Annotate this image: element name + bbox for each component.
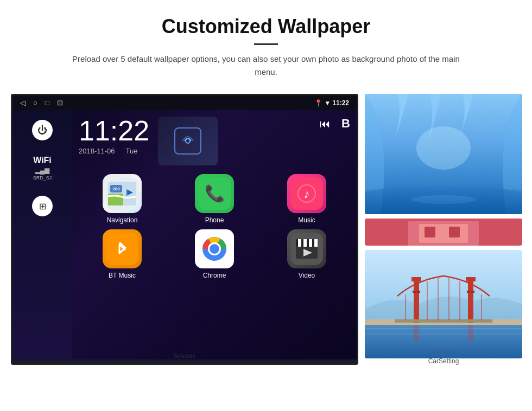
app-icon-chrome [195,229,234,268]
clock-widget: 11:22 2018-11-06 Tue [79,117,350,165]
power-button[interactable]: ⏻ [32,120,53,140]
clock-date: 2018-11-06 Tue [79,147,149,155]
svg-rect-54 [468,325,473,341]
wallpaper-previews: Seicane CarSetting [365,94,522,365]
prev-track-icon[interactable]: ⏮ [320,118,331,130]
status-time: 11:22 [332,99,349,107]
ice-cave-svg [365,94,522,214]
svg-rect-31 [425,227,435,237]
wifi-info: WiFi ▂▄▆ SRD_SJ [33,156,52,181]
app-label-music: Music [298,216,315,224]
clock-time: 11:22 [79,117,149,145]
screenshot-icon[interactable]: ⊡ [57,99,63,107]
bridge-svg: Seicane [365,250,522,358]
app-item-btmusic[interactable]: BT Music [79,229,166,279]
title-divider [254,43,278,45]
content-area: ◁ ○ □ ⊡ 📍 ▾ 11:22 ⏻ WiFi [0,94,532,365]
media-controls: ⏮ B [320,117,350,131]
status-bar: ◁ ○ □ ⊡ 📍 ▾ 11:22 [12,95,357,110]
app-item-music[interactable]: ♪ Music [263,174,350,224]
app-icon-music: ♪ [287,174,326,213]
svg-rect-53 [414,325,419,341]
device-screen: ◁ ○ □ ⊡ 📍 ▾ 11:22 ⏻ WiFi [11,94,358,365]
back-icon[interactable]: ◁ [20,99,26,107]
signal-wave-icon [180,133,195,149]
svg-rect-40 [411,277,421,281]
wallpaper-preview-ice [365,94,522,214]
app-label-phone: Phone [205,216,224,224]
svg-rect-11 [106,233,138,265]
app-icon-video [287,229,326,268]
svg-point-27 [411,195,476,204]
carsetting-label-area: CarSetting [365,357,522,365]
svg-rect-19 [298,239,301,247]
svg-point-16 [210,244,219,254]
header-section: Customized Wallpaper Preload over 5 defa… [0,0,532,88]
svg-text:280: 280 [112,187,120,191]
apps-grid-button[interactable]: ⊞ [32,196,53,216]
home-icon[interactable]: ○ [33,99,37,107]
page-title: Customized Wallpaper [43,15,489,38]
shelf-svg [365,219,522,246]
app-item-chrome[interactable]: Chrome [171,229,258,279]
svg-rect-22 [314,239,318,247]
svg-rect-41 [466,277,476,281]
main-screen: 11:22 2018-11-06 Tue [72,110,357,359]
app-item-phone[interactable]: 📞 Phone [171,174,258,224]
device-sidebar: ⏻ WiFi ▂▄▆ SRD_SJ ⊞ [12,110,72,359]
app-label-btmusic: BT Music [109,272,136,279]
letter-b-label: B [341,117,350,131]
wallpaper-preview-shelf [365,219,522,246]
app-label-video: Video [299,272,315,279]
clock-date-value: 2018-11-06 [79,147,115,155]
wifi-bars: ▂▄▆ [33,166,52,174]
device-body: ⏻ WiFi ▂▄▆ SRD_SJ ⊞ 11:22 [12,110,357,359]
clock-day-value: Tue [126,147,138,155]
svg-rect-21 [309,239,312,247]
wifi-ssid: SRD_SJ [33,175,52,181]
music-widget-icon [174,127,201,155]
svg-rect-20 [303,239,307,247]
app-icon-phone: 📞 [195,174,234,213]
subtitle: Preload over 5 default wallpaper options… [65,53,467,79]
app-item-video[interactable]: Video [263,229,350,279]
recent-icon[interactable]: □ [45,99,49,107]
svg-text:📞: 📞 [205,184,225,203]
page-container: Customized Wallpaper Preload over 5 defa… [0,0,532,411]
clock-time-area: 11:22 2018-11-06 Tue [79,117,149,155]
svg-text:♪: ♪ [304,187,310,201]
svg-point-26 [416,126,471,170]
status-bar-left: ◁ ○ □ ⊡ [20,99,63,107]
app-icon-navigation: 280 [103,174,142,213]
wifi-label: WiFi [33,156,52,165]
music-widget [158,117,218,165]
signal-icon: ▾ [326,99,329,107]
app-grid: 280 Navigation [79,174,350,279]
app-label-navigation: Navigation [107,216,138,224]
wallpaper-preview-bridge: Seicane [365,250,522,358]
svg-rect-32 [449,227,460,237]
location-icon: 📍 [314,99,322,107]
watermark: Seicane [174,351,195,360]
status-bar-right: 📍 ▾ 11:22 [314,99,349,107]
app-label-chrome: Chrome [203,272,226,279]
svg-rect-44 [395,319,492,323]
app-item-navigation[interactable]: 280 Navigation [79,174,166,224]
app-icon-btmusic [103,229,142,268]
carsetting-label: CarSetting [428,357,459,365]
svg-text:Seicane: Seicane [433,346,455,355]
